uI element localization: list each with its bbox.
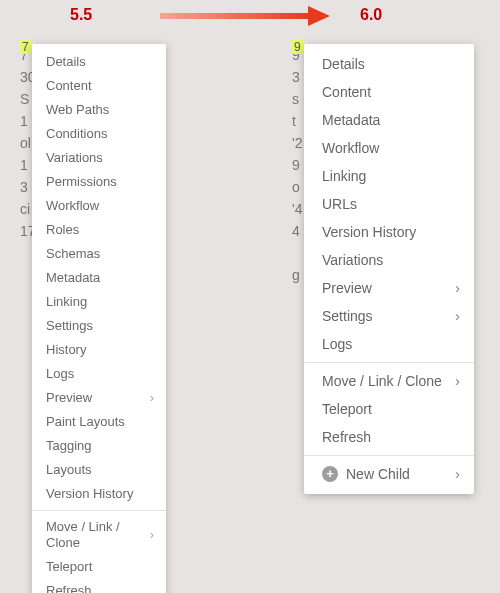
menu-item-label: URLs — [322, 196, 460, 212]
menu-item-new-child[interactable]: + New Child › — [304, 460, 474, 488]
menu-item-teleport[interactable]: Teleport — [304, 395, 474, 423]
menu-item-label: Teleport — [46, 559, 154, 575]
menu-separator — [32, 510, 166, 511]
menu-item-label: Logs — [322, 336, 460, 352]
menu-item-label: Tagging — [46, 438, 154, 454]
chevron-right-icon: › — [450, 308, 460, 324]
menu-item-layouts[interactable]: Layouts — [32, 458, 166, 482]
highlight-right: 9 — [292, 40, 303, 54]
menu-item-label: Refresh — [322, 429, 460, 445]
menu-item-label: Preview — [322, 280, 450, 296]
menu-item-label: Move / Link / Clone — [46, 519, 144, 551]
menu-item-logs[interactable]: Logs — [32, 362, 166, 386]
menu-item-label: New Child — [346, 466, 450, 482]
menu-separator — [304, 362, 474, 363]
menu-item-label: Roles — [46, 222, 154, 238]
menu-item-variations[interactable]: Variations — [32, 146, 166, 170]
menu-item-label: Linking — [322, 168, 460, 184]
menu-item-permissions[interactable]: Permissions — [32, 170, 166, 194]
menu60-group1: DetailsContentMetadataWorkflowLinkingURL… — [304, 50, 474, 358]
menu-item-label: Metadata — [322, 112, 460, 128]
menu-item-linking[interactable]: Linking — [304, 162, 474, 190]
context-menu-60: DetailsContentMetadataWorkflowLinkingURL… — [304, 44, 474, 494]
menu-item-details[interactable]: Details — [32, 50, 166, 74]
version-label-right: 6.0 — [360, 6, 382, 24]
chevron-right-icon: › — [450, 280, 460, 296]
menu-item-label: Linking — [46, 294, 154, 310]
menu-item-label: Content — [46, 78, 154, 94]
menu-item-linking[interactable]: Linking — [32, 290, 166, 314]
menu-item-label: Workflow — [46, 198, 154, 214]
plus-circle-icon: + — [322, 466, 338, 482]
menu-item-label: Version History — [46, 486, 154, 502]
menu-item-metadata[interactable]: Metadata — [304, 106, 474, 134]
menu-item-label: History — [46, 342, 154, 358]
chevron-right-icon: › — [144, 527, 154, 543]
menu-item-label: Paint Layouts — [46, 414, 154, 430]
menu-item-label: Preview — [46, 390, 144, 406]
menu55-group1: DetailsContentWeb PathsConditionsVariati… — [32, 50, 166, 506]
menu-item-label: Refresh — [46, 583, 154, 593]
menu-item-label: Details — [322, 56, 460, 72]
context-menu-55: DetailsContentWeb PathsConditionsVariati… — [32, 44, 166, 593]
menu-item-label: Web Paths — [46, 102, 154, 118]
menu-item-move-link-clone[interactable]: Move / Link / Clone› — [32, 515, 166, 555]
chevron-right-icon: › — [144, 390, 154, 406]
menu-item-label: Variations — [322, 252, 460, 268]
menu-item-content[interactable]: Content — [32, 74, 166, 98]
menu-item-refresh[interactable]: Refresh — [32, 579, 166, 593]
menu-item-tagging[interactable]: Tagging — [32, 434, 166, 458]
menu-item-workflow[interactable]: Workflow — [32, 194, 166, 218]
chevron-right-icon: › — [450, 466, 460, 482]
arrow-icon — [160, 6, 330, 26]
chevron-right-icon: › — [450, 373, 460, 389]
menu-item-content[interactable]: Content — [304, 78, 474, 106]
svg-rect-0 — [160, 13, 310, 19]
version-label-left: 5.5 — [70, 6, 92, 24]
menu-item-paint-layouts[interactable]: Paint Layouts — [32, 410, 166, 434]
menu-item-label: Layouts — [46, 462, 154, 478]
menu-item-metadata[interactable]: Metadata — [32, 266, 166, 290]
menu-separator — [304, 455, 474, 456]
menu-item-label: Content — [322, 84, 460, 100]
menu-item-settings[interactable]: Settings — [32, 314, 166, 338]
menu-item-schemas[interactable]: Schemas — [32, 242, 166, 266]
highlight-left: 7 — [20, 40, 31, 54]
menu-item-label: Version History — [322, 224, 460, 240]
menu-item-refresh[interactable]: Refresh — [304, 423, 474, 451]
menu-item-label: Teleport — [322, 401, 460, 417]
menu-item-workflow[interactable]: Workflow — [304, 134, 474, 162]
menu-item-label: Logs — [46, 366, 154, 382]
menu-item-version-history[interactable]: Version History — [304, 218, 474, 246]
menu-item-variations[interactable]: Variations — [304, 246, 474, 274]
menu-item-urls[interactable]: URLs — [304, 190, 474, 218]
menu-item-label: Workflow — [322, 140, 460, 156]
menu-item-move-link-clone[interactable]: Move / Link / Clone› — [304, 367, 474, 395]
menu-item-label: Metadata — [46, 270, 154, 286]
menu-item-teleport[interactable]: Teleport — [32, 555, 166, 579]
svg-marker-1 — [308, 6, 330, 26]
menu-item-version-history[interactable]: Version History — [32, 482, 166, 506]
menu60-group2: Move / Link / Clone›TeleportRefresh — [304, 367, 474, 451]
menu-item-web-paths[interactable]: Web Paths — [32, 98, 166, 122]
menu-item-label: Settings — [322, 308, 450, 324]
bg-text-right: 9 3 s t '2 9 o '4 4 g — [292, 44, 302, 286]
menu-item-label: Permissions — [46, 174, 154, 190]
menu-item-preview[interactable]: Preview› — [304, 274, 474, 302]
menu-item-label: Variations — [46, 150, 154, 166]
menu-item-details[interactable]: Details — [304, 50, 474, 78]
menu-item-history[interactable]: History — [32, 338, 166, 362]
menu-item-label: Details — [46, 54, 154, 70]
menu-item-label: Settings — [46, 318, 154, 334]
menu-item-label: Move / Link / Clone — [322, 373, 450, 389]
menu-item-label: Conditions — [46, 126, 154, 142]
menu-item-roles[interactable]: Roles — [32, 218, 166, 242]
menu-item-preview[interactable]: Preview› — [32, 386, 166, 410]
menu-item-logs[interactable]: Logs — [304, 330, 474, 358]
menu-item-label: Schemas — [46, 246, 154, 262]
menu55-group2: Move / Link / Clone›TeleportRefresh — [32, 515, 166, 593]
menu-item-conditions[interactable]: Conditions — [32, 122, 166, 146]
menu-item-settings[interactable]: Settings› — [304, 302, 474, 330]
